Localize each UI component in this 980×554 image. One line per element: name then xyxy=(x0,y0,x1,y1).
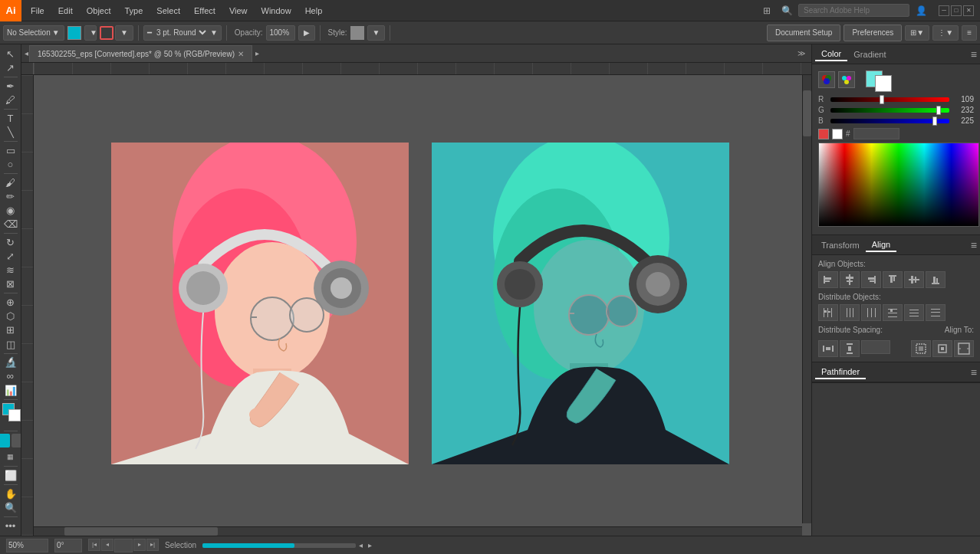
opacity-options[interactable]: ▶ xyxy=(298,25,315,41)
scroll-left-arrow[interactable]: ◂ xyxy=(356,541,365,550)
dist-left-button[interactable] xyxy=(818,304,838,321)
color-reset-icon[interactable] xyxy=(818,129,829,139)
type-tool[interactable]: T xyxy=(2,112,19,125)
gradient-mode-icon[interactable]: ▦ xyxy=(4,450,18,464)
scroll-right-arrow[interactable]: ▸ xyxy=(365,541,374,550)
rotate-tool[interactable]: ↻ xyxy=(2,236,19,249)
zoom-tool[interactable]: 🔍 xyxy=(2,501,19,514)
r-slider[interactable] xyxy=(830,97,949,102)
perspective-tool[interactable]: ⬡ xyxy=(2,310,19,323)
doc-setup-button[interactable]: Document Setup xyxy=(767,25,841,41)
spacing-v-button[interactable] xyxy=(840,340,860,357)
menu-select[interactable]: Select xyxy=(150,5,186,17)
bg-swatch[interactable] xyxy=(875,75,892,92)
pen-tool[interactable]: ✒ xyxy=(2,80,19,93)
menu-type[interactable]: Type xyxy=(119,5,150,17)
style-swatch[interactable] xyxy=(350,26,364,40)
tab-align[interactable]: Align xyxy=(866,238,896,252)
b-slider[interactable] xyxy=(830,119,949,123)
document-tab[interactable]: 165302255_eps [Converted].eps* @ 50 % (R… xyxy=(29,45,252,62)
fill-dropdown[interactable]: ▼ xyxy=(84,25,97,41)
color-panel-menu[interactable]: ≡ xyxy=(971,48,977,61)
tab-color[interactable]: Color xyxy=(815,48,847,61)
maximize-button[interactable]: □ xyxy=(951,5,962,16)
pathfinder-menu[interactable]: ≡ xyxy=(971,366,977,379)
blob-brush-tool[interactable]: ◉ xyxy=(2,204,19,217)
free-transform-tool[interactable]: ⊠ xyxy=(2,277,19,290)
account-icon[interactable]: 👤 xyxy=(913,2,929,19)
direct-selection-tool[interactable]: ↗ xyxy=(2,61,19,74)
chart-tool[interactable]: 📊 xyxy=(2,384,19,397)
page-input[interactable]: 1 xyxy=(114,539,133,552)
align-to-key-object[interactable] xyxy=(932,340,952,357)
align-right-button[interactable] xyxy=(861,271,881,288)
background-color[interactable] xyxy=(8,409,21,421)
align-bottom-button[interactable] xyxy=(926,271,945,288)
dist-top-button[interactable] xyxy=(883,304,903,321)
opacity-input[interactable] xyxy=(266,25,295,41)
dist-bottom-button[interactable] xyxy=(926,304,945,321)
align-center-h-button[interactable] xyxy=(840,271,860,288)
next-page-button[interactable]: ▸ xyxy=(133,539,146,551)
align-left-button[interactable] xyxy=(818,271,838,288)
menu-view[interactable]: View xyxy=(223,5,254,17)
menu-help[interactable]: Help xyxy=(299,5,329,17)
stroke-icon[interactable] xyxy=(100,26,113,40)
selection-dropdown[interactable]: No Selection ▼ xyxy=(3,25,64,41)
ellipse-tool[interactable]: ○ xyxy=(2,158,19,171)
stroke-mode-icon[interactable] xyxy=(12,434,22,447)
dist-center-h-button[interactable] xyxy=(840,304,860,321)
scrollbar-vertical[interactable] xyxy=(802,75,811,523)
tab-transform[interactable]: Transform xyxy=(815,239,866,251)
workspace-icon[interactable]: ⊞ xyxy=(758,2,775,19)
tab-scroll-right[interactable]: ▸ xyxy=(255,49,260,57)
minimize-button[interactable]: ─ xyxy=(939,5,949,16)
align-toolbar[interactable]: ⊞▼ xyxy=(905,25,929,41)
last-page-button[interactable]: ▸| xyxy=(146,539,159,551)
prev-page-button[interactable]: ◂ xyxy=(101,539,113,551)
close-button[interactable]: ✕ xyxy=(963,5,974,16)
align-top-button[interactable] xyxy=(883,271,903,288)
more-tools[interactable]: ••• xyxy=(2,520,19,533)
menu-window[interactable]: Window xyxy=(255,5,298,17)
fill-mode-icon[interactable] xyxy=(0,434,10,447)
align-to-artboard[interactable] xyxy=(954,340,974,357)
arrange-toolbar[interactable]: ⋮▼ xyxy=(932,25,959,41)
style-dropdown[interactable]: ▼ xyxy=(367,25,386,41)
mesh-tool[interactable]: ⊞ xyxy=(2,323,19,336)
pencil-tool[interactable]: ✏ xyxy=(2,190,19,203)
preferences-button[interactable]: Preferences xyxy=(844,25,902,41)
tab-gradient[interactable]: Gradient xyxy=(847,48,892,61)
align-middle-v-button[interactable] xyxy=(904,271,924,288)
align-panel-menu[interactable]: ≡ xyxy=(971,239,977,251)
selection-tool[interactable]: ↖ xyxy=(2,48,19,61)
angle-input[interactable] xyxy=(54,539,82,552)
line-tool[interactable]: ╲ xyxy=(2,126,19,139)
scale-tool[interactable]: ⤢ xyxy=(2,250,19,263)
menu-object[interactable]: Object xyxy=(81,5,117,17)
canvas[interactable] xyxy=(21,63,811,536)
scroll-thumb-h[interactable] xyxy=(64,527,218,536)
color-white-swatch[interactable] xyxy=(832,129,843,139)
color-spectrum[interactable] xyxy=(818,143,979,227)
eraser-tool[interactable]: ⌫ xyxy=(2,218,19,231)
cmyk-mode-icon[interactable] xyxy=(838,71,855,88)
fill-color-swatch[interactable] xyxy=(67,26,81,40)
eyedropper-tool[interactable]: 🔬 xyxy=(2,356,19,369)
pathfinder-label[interactable]: Pathfinder xyxy=(815,366,866,379)
stroke-dropdown[interactable]: ▼ xyxy=(115,25,133,41)
g-thumb[interactable] xyxy=(936,106,941,115)
scrollbar-horizontal[interactable] xyxy=(34,526,802,536)
tab-options[interactable]: ≫ xyxy=(794,49,808,57)
g-slider[interactable] xyxy=(830,108,949,113)
r-thumb[interactable] xyxy=(880,95,884,104)
dist-right-button[interactable] xyxy=(861,304,881,321)
more-toolbar[interactable]: ≡ xyxy=(962,25,977,41)
gradient-tool[interactable]: ◫ xyxy=(2,337,19,350)
blend-tool[interactable]: ∞ xyxy=(2,369,19,382)
menu-file[interactable]: File xyxy=(25,5,51,17)
hex-input[interactable]: 6de8e1 xyxy=(853,128,899,139)
stroke-weight-select[interactable]: 3 pt. Round xyxy=(153,28,209,38)
zoom-input[interactable] xyxy=(6,539,48,552)
dist-middle-v-button[interactable] xyxy=(904,304,924,321)
